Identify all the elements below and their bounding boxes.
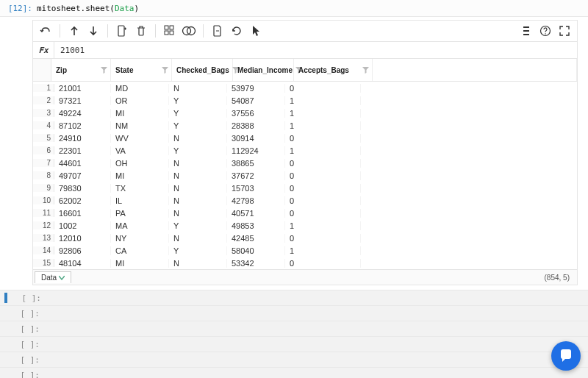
col-header-accepts[interactable]: Accepts_Bags (294, 59, 373, 81)
cell-state[interactable]: MI (111, 171, 169, 180)
col-header-checked[interactable]: Checked_Bags (172, 59, 233, 81)
empty-cell[interactable]: [ ]: (0, 336, 588, 352)
cell-checked[interactable]: Y (169, 146, 227, 155)
cell-checked[interactable]: N (169, 259, 227, 268)
cell-income[interactable]: 30914 (227, 134, 285, 143)
cell-checked[interactable]: N (169, 196, 227, 205)
cell-state[interactable]: MI (111, 109, 169, 118)
cell-zip[interactable]: 79830 (54, 184, 111, 193)
table-row[interactable]: 121002MAY498531 (33, 219, 577, 232)
cell-state[interactable]: PA (111, 209, 169, 218)
cell-zip[interactable]: 22301 (54, 146, 111, 155)
cell-accepts[interactable]: 1 (285, 121, 361, 130)
cell-zip[interactable]: 49224 (54, 109, 111, 118)
cell-zip[interactable]: 21001 (54, 84, 111, 93)
cell-zip[interactable]: 48104 (54, 259, 111, 268)
table-row[interactable]: 979830TXN157030 (33, 182, 577, 194)
cell-checked[interactable]: Y (169, 96, 227, 105)
cell-checked[interactable]: N (169, 209, 227, 218)
cell-zip[interactable]: 87102 (54, 121, 111, 130)
cell-accepts[interactable]: 1 (285, 246, 361, 255)
cell-income[interactable]: 42485 (227, 234, 285, 243)
cell-checked[interactable]: N (169, 184, 227, 193)
cell-zip[interactable]: 16601 (54, 209, 111, 218)
cell-zip[interactable]: 1002 (54, 221, 111, 230)
cell-state[interactable]: TX (111, 184, 169, 193)
code-line[interactable]: mitosheet.sheet(Data) (37, 4, 139, 13)
pivot-button[interactable] (162, 23, 178, 39)
cell-zip[interactable]: 92806 (54, 246, 111, 255)
cell-zip[interactable]: 12010 (54, 234, 111, 243)
table-row[interactable]: 121001MDN539790 (33, 82, 577, 94)
cell-checked[interactable]: Y (169, 246, 227, 255)
col-header-zip[interactable]: Zip (51, 59, 111, 81)
cell-state[interactable]: WV (111, 134, 169, 143)
table-row[interactable]: 487102NMY283881 (33, 119, 577, 132)
cell-accepts[interactable]: 0 (285, 134, 361, 143)
cell-accepts[interactable]: 0 (285, 84, 361, 93)
help-button[interactable] (537, 23, 553, 39)
cell-state[interactable]: CA (111, 246, 169, 255)
cell-checked[interactable]: Y (169, 221, 227, 230)
cell-checked[interactable]: N (169, 134, 227, 143)
cell-state[interactable]: NM (111, 121, 169, 130)
cell-income[interactable]: 28388 (227, 121, 285, 130)
cell-accepts[interactable]: 0 (285, 209, 361, 218)
table-row[interactable]: 849707MIN376720 (33, 169, 577, 182)
cell-checked[interactable]: N (169, 171, 227, 180)
import-button[interactable] (66, 23, 82, 39)
steps-button[interactable] (518, 23, 534, 39)
cell-zip[interactable]: 24910 (54, 134, 111, 143)
save-button[interactable] (209, 23, 226, 39)
table-row[interactable]: 1116601PAN405710 (33, 207, 577, 219)
table-row[interactable]: 1492806CAY580401 (33, 244, 577, 257)
cell-accepts[interactable]: 0 (285, 196, 361, 205)
col-header-income[interactable]: Median_Income (233, 59, 294, 81)
cell-income[interactable]: 49853 (227, 221, 285, 230)
cursor-button[interactable] (248, 23, 264, 39)
cell-accepts[interactable]: 1 (285, 146, 361, 155)
undo-button[interactable] (37, 23, 54, 39)
table-row[interactable]: 1062002ILN427980 (33, 194, 577, 207)
cell-income[interactable]: 38865 (227, 159, 285, 168)
cell-income[interactable]: 53342 (227, 259, 285, 268)
cell-checked[interactable]: N (169, 234, 227, 243)
cell-state[interactable]: VA (111, 146, 169, 155)
cell-checked[interactable]: N (169, 159, 227, 168)
delete-column-button[interactable] (133, 23, 149, 39)
add-column-button[interactable] (114, 23, 130, 39)
filter-icon[interactable] (162, 67, 168, 74)
cell-state[interactable]: OH (111, 159, 169, 168)
cell-accepts[interactable]: 1 (285, 221, 361, 230)
formula-bar[interactable]: Fx 21001 (33, 42, 577, 59)
empty-cell[interactable]: [ ]: (0, 352, 588, 367)
cell-accepts[interactable]: 0 (285, 259, 361, 268)
cell-income[interactable]: 58040 (227, 246, 285, 255)
cell-state[interactable]: NY (111, 234, 169, 243)
empty-cell[interactable]: [ ]: (0, 305, 588, 321)
cell-accepts[interactable]: 0 (285, 159, 361, 168)
code-cell[interactable]: [12]: mitosheet.sheet(Data) (0, 0, 588, 17)
filter-icon[interactable] (362, 67, 369, 74)
cell-zip[interactable]: 97321 (54, 96, 111, 105)
cell-checked[interactable]: Y (169, 109, 227, 118)
cell-state[interactable]: OR (111, 96, 169, 105)
cell-income[interactable]: 37556 (227, 109, 285, 118)
data-grid[interactable]: 121001MDN539790297321ORY540871349224MIY3… (33, 82, 577, 269)
cell-accepts[interactable]: 0 (285, 184, 361, 193)
table-row[interactable]: 524910WVN309140 (33, 132, 577, 144)
cell-accepts[interactable]: 1 (285, 109, 361, 118)
replay-button[interactable] (229, 23, 245, 39)
export-button[interactable] (85, 23, 101, 39)
cell-zip[interactable]: 44601 (54, 159, 111, 168)
sheet-tab[interactable]: Data (35, 271, 71, 283)
cell-state[interactable]: MI (111, 259, 169, 268)
filter-icon[interactable] (101, 67, 107, 74)
cell-income[interactable]: 42798 (227, 196, 285, 205)
cell-state[interactable]: MA (111, 221, 169, 230)
chat-fab[interactable] (551, 341, 581, 371)
table-row[interactable]: 349224MIY375561 (33, 107, 577, 119)
cell-income[interactable]: 54087 (227, 96, 285, 105)
cell-income[interactable]: 15703 (227, 184, 285, 193)
cell-accepts[interactable]: 1 (285, 96, 361, 105)
